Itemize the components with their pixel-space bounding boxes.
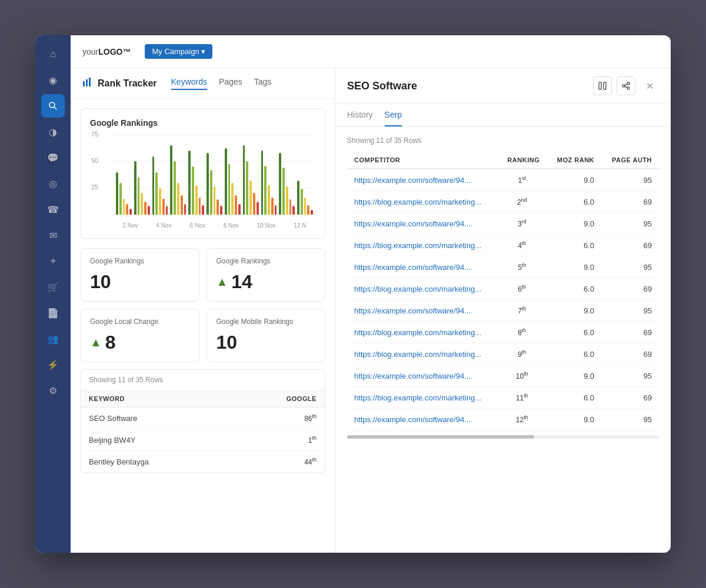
serp-cell-rank-4: 4th: [497, 235, 547, 256]
bar-group-6: [207, 135, 222, 215]
serp-row-10: https://example.com/software/94.... 10th…: [347, 365, 659, 387]
serp-cell-auth-9: 69: [601, 343, 659, 365]
serp-cell-rank-5: 5th: [497, 256, 547, 278]
serp-cell-url-4[interactable]: https://blog.example.com/marketing...: [347, 235, 497, 256]
bar-group-8: [243, 135, 259, 215]
serp-cell-moz-3: 9.0: [547, 213, 601, 235]
sidebar-item-home[interactable]: ⌂: [41, 42, 65, 66]
serp-cell-url-3[interactable]: https://example.com/software/94....: [347, 213, 497, 235]
right-tab-serp[interactable]: Serp: [385, 104, 402, 126]
sidebar-item-phone[interactable]: ☎: [41, 198, 65, 221]
app-window: ⌂ ◉ ◑ 💬 ◎ ☎ ✉ ⌖ 🛒 📄 👥 ⚡ ⚙ yourLOGO™ My C…: [35, 35, 671, 553]
svg-rect-6: [604, 82, 606, 89]
nav-tab-tags[interactable]: Tags: [254, 77, 272, 90]
logo: yourLOGO™: [82, 47, 131, 56]
sidebar-item-plug[interactable]: ⚡: [41, 353, 65, 376]
serp-row-6: https://blog.example.com/marketing... 6t…: [347, 278, 659, 300]
rank-tracker-header: Rank Tracker Keywords Pages Tags: [71, 68, 335, 99]
sidebar-item-users[interactable]: 👥: [41, 327, 65, 350]
serp-cell-url-8[interactable]: https://blog.example.com/marketing...: [347, 322, 497, 343]
serp-table: COMPETITOR RANKING MOZ RANK PAGE AUTH ht…: [347, 152, 659, 430]
left-panel: Rank Tracker Keywords Pages Tags Google …: [71, 68, 335, 553]
metric-cards-row-2: Google Local Change ▲ 8 Google Mobile Ra…: [80, 309, 325, 362]
sidebar: ⌂ ◉ ◑ 💬 ◎ ☎ ✉ ⌖ 🛒 📄 👥 ⚡ ⚙: [35, 35, 71, 553]
campaign-button[interactable]: My Campaign ▾: [145, 44, 212, 59]
metric-card-google-local: Google Local Change ▲ 8: [80, 309, 199, 362]
serp-row-4: https://blog.example.com/marketing... 4t…: [347, 235, 659, 256]
chart-section: Google Rankings 75 50 25: [80, 108, 325, 239]
serp-cell-url-6[interactable]: https://blog.example.com/marketing...: [347, 278, 497, 300]
serp-cell-moz-4: 6.0: [547, 235, 601, 256]
serp-row-3: https://example.com/software/94.... 3rd …: [347, 213, 659, 235]
sidebar-item-cart[interactable]: 🛒: [41, 275, 65, 299]
kw-row-2: Beijing BW4Y 1th: [81, 429, 325, 451]
serp-cell-url-11[interactable]: https://blog.example.com/marketing...: [347, 387, 497, 409]
sidebar-item-mail[interactable]: ✉: [41, 223, 65, 247]
serp-cell-moz-1: 9.0: [547, 169, 601, 191]
rank-tracker-label: Rank Tracker: [98, 78, 157, 89]
metric-card-google-mobile-value: 10: [217, 332, 316, 353]
x-label-4: 8 Nov: [224, 222, 239, 229]
nav-tab-pages[interactable]: Pages: [219, 77, 242, 90]
serp-cell-auth-12: 95: [601, 409, 659, 430]
svg-line-10: [625, 84, 627, 85]
horizontal-scrollbar[interactable]: [347, 435, 659, 439]
right-tab-history[interactable]: History: [347, 104, 373, 126]
svg-point-7: [627, 82, 630, 85]
share-button[interactable]: [617, 76, 635, 95]
sidebar-item-document[interactable]: 📄: [41, 301, 65, 325]
x-label-6: 12 N: [294, 222, 306, 229]
serp-cell-moz-10: 9.0: [547, 365, 601, 387]
scrollbar-thumb[interactable]: [347, 435, 534, 439]
serp-row-12: https://example.com/software/94.... 12th…: [347, 409, 659, 430]
metric-card-google-rankings-2-value: ▲ 14: [217, 271, 316, 293]
sidebar-item-location[interactable]: ⌖: [41, 249, 65, 273]
serp-cell-moz-2: 6.0: [547, 191, 601, 213]
columns-button[interactable]: [593, 76, 612, 95]
header: yourLOGO™ My Campaign ▾: [71, 35, 671, 68]
serp-cell-auth-3: 95: [601, 213, 659, 235]
right-panel-header: SEO Software: [335, 68, 671, 104]
serp-row-5: https://example.com/software/94.... 5th …: [347, 256, 659, 278]
serp-cell-url-1[interactable]: https://example.com/software/94....: [347, 169, 497, 191]
serp-cell-rank-9: 9th: [497, 343, 547, 365]
sidebar-item-chat[interactable]: 💬: [41, 146, 65, 169]
serp-cell-url-12[interactable]: https://example.com/software/94....: [347, 409, 497, 430]
serp-row-1: https://example.com/software/94.... 1st …: [347, 169, 659, 191]
serp-cell-url-7[interactable]: https://example.com/software/94....: [347, 300, 497, 322]
serp-cell-url-5[interactable]: https://example.com/software/94....: [347, 256, 497, 278]
svg-rect-4: [89, 78, 91, 86]
metric-card-google-mobile-title: Google Mobile Rankings: [217, 318, 316, 326]
serp-row-9: https://blog.example.com/marketing... 9t…: [347, 343, 659, 365]
svg-rect-3: [86, 79, 88, 86]
x-label-1: 2 Nov: [122, 222, 138, 229]
metric-card-google-local-value: ▲ 8: [90, 332, 189, 353]
sidebar-item-target[interactable]: ◎: [41, 172, 65, 195]
sidebar-item-chart[interactable]: ◑: [41, 120, 65, 143]
serp-cell-auth-4: 69: [601, 235, 659, 256]
sidebar-item-search[interactable]: [41, 94, 65, 118]
serp-header-ranking: RANKING: [497, 152, 547, 169]
nav-tab-keywords[interactable]: Keywords: [171, 77, 207, 90]
keywords-table: KEYWORD GOOGLE SEO Software 86th: [81, 390, 325, 473]
panel-title: SEO Software: [347, 80, 417, 92]
close-button[interactable]: ✕: [640, 76, 659, 95]
kw-cell-keyword-1: SEO Software: [81, 407, 232, 429]
serp-cell-url-10[interactable]: https://example.com/software/94....: [347, 365, 497, 387]
serp-cell-auth-1: 95: [601, 169, 659, 191]
kw-cell-keyword-2: Beijing BW4Y: [81, 429, 232, 451]
serp-cell-url-9[interactable]: https://blog.example.com/marketing...: [347, 343, 497, 365]
svg-point-8: [622, 85, 625, 87]
serp-row-7: https://example.com/software/94.... 7th …: [347, 300, 659, 322]
panel-actions: ✕: [593, 76, 659, 95]
kw-row-3: Bentley Bentayga 44th: [81, 451, 325, 473]
content-area: Rank Tracker Keywords Pages Tags Google …: [71, 68, 671, 553]
serp-row-11: https://blog.example.com/marketing... 11…: [347, 387, 659, 409]
sidebar-item-settings[interactable]: ⚙: [41, 379, 65, 402]
serp-cell-url-2[interactable]: https://blog.example.com/marketing...: [347, 191, 497, 213]
serp-header-auth: PAGE AUTH: [601, 152, 659, 169]
x-label-3: 6 Nov: [190, 222, 205, 229]
svg-line-11: [625, 86, 627, 88]
serp-cell-rank-11: 11th: [497, 387, 547, 409]
sidebar-item-mask[interactable]: ◉: [41, 68, 65, 92]
